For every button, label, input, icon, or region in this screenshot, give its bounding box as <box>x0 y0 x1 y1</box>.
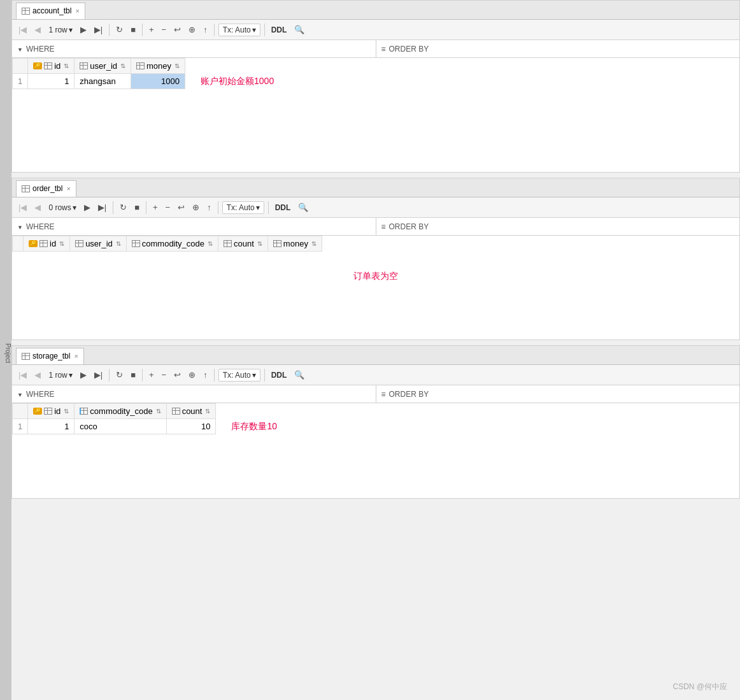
filter-icon <box>17 45 24 54</box>
ddl-btn[interactable]: DDL <box>269 24 290 36</box>
storage-id-cell: 1 <box>28 419 75 434</box>
storage-id-sort[interactable]: ⇅ <box>64 408 69 415</box>
sidebar-label: Project <box>4 343 11 363</box>
sidebar-tab[interactable]: Project <box>0 0 11 700</box>
storage-remove-btn[interactable]: − <box>159 369 169 381</box>
refresh-btn[interactable]: ↻ <box>113 24 125 36</box>
storage-count-header[interactable]: count ⇅ <box>166 404 216 419</box>
order-next-btn[interactable]: ▶ <box>82 201 93 213</box>
account-userid-header[interactable]: user_id ⇅ <box>75 59 131 74</box>
storage-last-btn[interactable]: ▶| <box>92 369 105 381</box>
order-id-header[interactable]: 🔑 id ⇅ <box>24 236 70 252</box>
order-sep1 <box>113 201 113 214</box>
main-content: account_tbl × |◀ ◀ 1 row ▾ ▶ ▶| ↻ ■ + − … <box>11 0 740 700</box>
money-sort[interactable]: ⇅ <box>174 62 180 69</box>
storage-undo-btn[interactable]: ↩ <box>171 369 183 381</box>
order-tab[interactable]: order_tbl × <box>16 180 76 197</box>
storage-count-sort[interactable]: ⇅ <box>205 408 210 415</box>
order-spacer-header <box>322 236 739 252</box>
storage-tab-close[interactable]: × <box>74 352 78 360</box>
order-count-header[interactable]: count ⇅ <box>218 236 268 252</box>
order-last-btn[interactable]: ▶| <box>96 201 109 213</box>
remove-btn[interactable]: − <box>159 24 169 36</box>
account-money-header[interactable]: money ⇅ <box>131 59 185 74</box>
order-uid-sort[interactable]: ⇅ <box>116 240 121 247</box>
prev-btn[interactable]: ◀ <box>32 24 43 36</box>
storage-refresh-btn[interactable]: ↻ <box>113 369 125 381</box>
storage-id-header[interactable]: 🔑 id ⇅ <box>28 404 75 419</box>
account-tab[interactable]: account_tbl × <box>16 3 85 19</box>
account-tab-close[interactable]: × <box>75 7 79 15</box>
order-tab-close[interactable]: × <box>66 185 70 192</box>
storage-row-count[interactable]: 1 row ▾ <box>46 369 75 381</box>
storage-add-btn[interactable]: + <box>146 369 157 381</box>
order-row-count[interactable]: 0 rows ▾ <box>46 202 78 213</box>
order-code-sort[interactable]: ⇅ <box>208 240 213 247</box>
order-grid-uid <box>75 240 83 247</box>
last-btn[interactable]: ▶| <box>92 24 105 36</box>
order-ddl-btn[interactable]: DDL <box>273 202 294 213</box>
order-stop-btn[interactable]: ■ <box>132 201 142 213</box>
order-first-btn[interactable]: |◀ <box>16 201 29 213</box>
row-count[interactable]: 1 row ▾ <box>46 24 75 36</box>
uid-sort[interactable]: ⇅ <box>120 62 125 69</box>
order-count-sort[interactable]: ⇅ <box>257 240 262 247</box>
order-remove-btn[interactable]: − <box>163 201 173 213</box>
order-num-header <box>13 236 24 252</box>
account-id-cell: 1 <box>28 74 75 89</box>
account-table-area: 🔑 id ⇅ user_id ⇅ <box>12 58 739 172</box>
order-code-header[interactable]: commodity_code ⇅ <box>126 236 218 252</box>
storage-prev-btn[interactable]: ◀ <box>32 369 43 381</box>
account-empty-space <box>12 89 739 172</box>
undo-btn[interactable]: ↩ <box>171 24 183 36</box>
storage-up-btn[interactable]: ↑ <box>201 369 210 381</box>
storage-ddl-btn[interactable]: DDL <box>269 369 290 381</box>
order-refresh-btn[interactable]: ↻ <box>117 201 129 213</box>
storage-where-label: WHERE <box>26 390 55 399</box>
storage-code-header[interactable]: commodity_code ⇅ <box>75 404 166 419</box>
storage-tx-chevron: ▾ <box>252 371 256 380</box>
storage-count-label: count <box>182 406 203 416</box>
id-sort[interactable]: ⇅ <box>64 62 69 69</box>
account-spacer-header <box>185 59 739 74</box>
storage-grid-id <box>44 408 52 415</box>
storage-clone-btn[interactable]: ⊕ <box>186 369 198 381</box>
search-btn[interactable]: 🔍 <box>292 24 307 36</box>
order-prev-btn[interactable]: ◀ <box>32 201 43 213</box>
order-userid-header[interactable]: user_id ⇅ <box>70 236 127 252</box>
storage-tab[interactable]: storage_tbl × <box>16 348 84 364</box>
add-btn[interactable]: + <box>146 24 157 36</box>
storage-table-icon <box>22 353 30 360</box>
storage-key-icon: 🔑 <box>33 408 42 415</box>
first-btn[interactable]: |◀ <box>16 24 29 36</box>
storage-next-btn[interactable]: ▶ <box>78 369 89 381</box>
sep4 <box>264 24 265 36</box>
order-undo-btn[interactable]: ↩ <box>175 201 187 213</box>
order-id-sort[interactable]: ⇅ <box>59 240 64 247</box>
storage-stop-btn[interactable]: ■ <box>128 369 138 381</box>
account-id-header[interactable]: 🔑 id ⇅ <box>28 59 75 74</box>
stop-btn[interactable]: ■ <box>128 24 138 36</box>
orderby-label: ORDER BY <box>389 45 429 54</box>
order-search-btn[interactable]: 🔍 <box>295 201 311 213</box>
storage-first-btn[interactable]: |◀ <box>16 369 29 381</box>
tx-selector[interactable]: Tx: Auto ▾ <box>218 24 260 36</box>
next-btn[interactable]: ▶ <box>78 24 89 36</box>
order-clone-btn[interactable]: ⊕ <box>190 201 202 213</box>
account-annotation: 账户初始金额1000 <box>201 76 274 86</box>
up-btn[interactable]: ↑ <box>201 24 210 36</box>
storage-code-sort[interactable]: ⇅ <box>156 408 161 415</box>
order-money-sort[interactable]: ⇅ <box>311 240 317 247</box>
order-money-header[interactable]: money ⇅ <box>267 236 322 252</box>
order-where: WHERE <box>12 218 376 235</box>
id-col-label: id <box>54 61 60 71</box>
order-add-btn[interactable]: + <box>150 201 160 213</box>
storage-search-btn[interactable]: 🔍 <box>292 369 307 381</box>
storage-tx-selector[interactable]: Tx: Auto ▾ <box>218 369 260 382</box>
account-tab-bar: account_tbl × <box>12 1 739 20</box>
order-sep4 <box>268 201 269 214</box>
order-tx-selector[interactable]: Tx: Auto ▾ <box>222 201 264 214</box>
order-up-btn[interactable]: ↑ <box>204 201 214 213</box>
account-panel: account_tbl × |◀ ◀ 1 row ▾ ▶ ▶| ↻ ■ + − … <box>11 0 740 173</box>
clone-btn[interactable]: ⊕ <box>186 24 198 36</box>
